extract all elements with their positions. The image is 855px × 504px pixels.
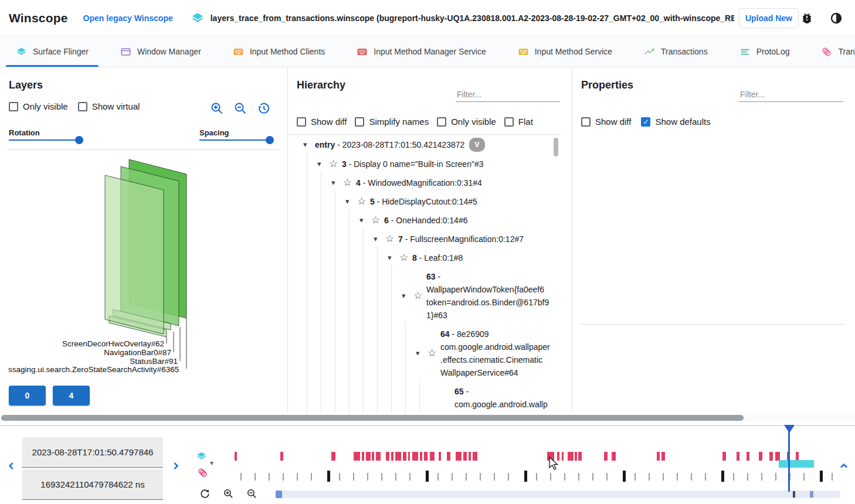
- transition-marker[interactable]: [575, 452, 577, 461]
- expand-arrow-icon[interactable]: ▾: [303, 138, 315, 151]
- entry-tick[interactable]: [367, 473, 368, 481]
- checkbox-box[interactable]: [437, 117, 446, 127]
- timeline-cursor-line[interactable]: [788, 425, 790, 492]
- timeline-zoom-in-icon[interactable]: [223, 488, 234, 502]
- pin-star-icon[interactable]: ☆: [385, 233, 398, 246]
- entry-tick[interactable]: [494, 473, 495, 481]
- open-legacy-winscope-link[interactable]: Open legacy Winscope: [83, 13, 173, 23]
- tab-input-method-service[interactable]: Input Method Service: [502, 36, 628, 67]
- tree-node-label[interactable]: 6 - OneHanded:0:14#6: [384, 214, 550, 227]
- spacing-slider-knob[interactable]: [266, 136, 274, 144]
- prev-entry-chevron-left-icon[interactable]: [6, 460, 18, 472]
- transition-marker[interactable]: [412, 452, 418, 461]
- transition-marker[interactable]: [386, 452, 389, 461]
- horizontal-scrollbar-thumb[interactable]: [1, 415, 744, 421]
- properties-filter-input[interactable]: [739, 87, 843, 102]
- expand-arrow-icon[interactable]: ▾: [388, 251, 399, 264]
- expand-arrow-icon[interactable]: ▾: [416, 347, 428, 360]
- transition-marker[interactable]: [354, 452, 360, 461]
- checkbox-box-checked[interactable]: ✓: [641, 117, 650, 127]
- entry-tick[interactable]: [466, 473, 467, 481]
- transition-marker[interactable]: [769, 452, 773, 461]
- checkbox-box[interactable]: [9, 102, 18, 111]
- transition-marker[interactable]: [469, 452, 471, 461]
- transition-marker[interactable]: [366, 452, 371, 461]
- simplify-names-checkbox[interactable]: Simplify names: [355, 117, 429, 127]
- entry-tick[interactable]: [663, 473, 664, 481]
- tree-node-label[interactable]: 3 - Display 0 name="Built-in Screen"#3: [342, 158, 550, 171]
- tab-transactions[interactable]: Transactions: [628, 36, 724, 67]
- entry-tick[interactable]: [635, 473, 636, 481]
- spacing-slider[interactable]: [199, 139, 273, 141]
- transition-marker[interactable]: [439, 452, 441, 461]
- only-visible-checkbox[interactable]: Only visible: [9, 101, 68, 111]
- transition-marker[interactable]: [604, 452, 608, 461]
- checkbox-box[interactable]: [297, 117, 306, 127]
- entry-tick[interactable]: [677, 473, 678, 481]
- entry-tick[interactable]: [508, 473, 509, 481]
- tree-node-entry[interactable]: ▾entry - 2023-08-28T17:01:50.421423872V: [288, 135, 561, 155]
- report-bug-icon[interactable]: [800, 11, 814, 25]
- transition-marker[interactable]: [775, 452, 780, 461]
- transition-marker[interactable]: [456, 452, 462, 461]
- reset-view-history-icon[interactable]: [257, 101, 271, 115]
- entry-tick-bold[interactable]: [327, 471, 330, 482]
- entry-tick[interactable]: [775, 473, 776, 481]
- transition-marker[interactable]: [420, 452, 422, 461]
- tab-surface-flinger[interactable]: Surface Flinger: [0, 36, 104, 67]
- entry-tick[interactable]: [606, 473, 608, 481]
- entry-tick-bold[interactable]: [623, 471, 626, 482]
- transition-marker[interactable]: [280, 452, 283, 461]
- entry-tick[interactable]: [649, 473, 650, 481]
- entry-tick[interactable]: [536, 473, 537, 481]
- transition-marker[interactable]: [562, 452, 564, 461]
- tree-node-label[interactable]: 5 - HideDisplayCutout:0:14#5: [370, 195, 550, 208]
- entry-tick[interactable]: [452, 473, 453, 481]
- transition-marker[interactable]: [408, 452, 410, 461]
- checkbox-box[interactable]: [355, 117, 364, 127]
- display-id-button[interactable]: 4: [53, 386, 90, 406]
- entry-tick[interactable]: [832, 473, 833, 481]
- pin-star-icon[interactable]: ☆: [413, 290, 426, 302]
- transition-marker[interactable]: [391, 452, 393, 461]
- tab-transitions[interactable]: Transitions: [805, 36, 855, 67]
- show-diff-checkbox[interactable]: Show diff: [581, 117, 631, 127]
- collapse-timeline-chevron-up-icon[interactable]: [838, 460, 850, 472]
- transition-marker[interactable]: [463, 452, 467, 461]
- entry-tick-bold[interactable]: [721, 471, 724, 482]
- checkbox-box[interactable]: [78, 102, 87, 111]
- pin-star-icon[interactable]: ☆: [343, 176, 356, 189]
- tree-node-63[interactable]: ▾☆63 - WallpaperWindowToken{fa0eef6 toke…: [288, 267, 561, 325]
- rotation-slider-knob[interactable]: [75, 136, 83, 144]
- tree-node-64[interactable]: ▾☆64 - 8e26909 com.google.android.wallpa…: [288, 325, 561, 382]
- pin-star-icon[interactable]: ☆: [399, 251, 412, 264]
- entry-tick[interactable]: [395, 473, 396, 481]
- transition-marker[interactable]: [473, 452, 477, 461]
- tab-window-manager[interactable]: Window Manager: [104, 36, 217, 67]
- tree-node-label[interactable]: 8 - Leaf:0:1#8: [412, 251, 550, 264]
- tree-node-6[interactable]: ▾☆6 - OneHanded:0:14#6: [288, 211, 561, 230]
- tree-node-8[interactable]: ▾☆8 - Leaf:0:1#8: [288, 248, 561, 267]
- pin-star-icon[interactable]: ☆: [442, 411, 454, 413]
- tab-input-method-manager-service[interactable]: Input Method Manager Service: [341, 36, 501, 67]
- entry-tick-bold[interactable]: [426, 471, 429, 482]
- timeline-zoom-out-icon[interactable]: [246, 488, 257, 502]
- entry-tick[interactable]: [297, 473, 298, 481]
- transition-marker[interactable]: [722, 452, 726, 461]
- entry-tick-track[interactable]: [0, 471, 855, 482]
- tree-node-label[interactable]: 4 - WindowedMagnification:0:31#4: [356, 176, 550, 189]
- pin-star-icon[interactable]: ☆: [371, 214, 384, 227]
- tree-node-3[interactable]: ▾☆3 - Display 0 name="Built-in Screen"#3: [288, 155, 561, 173]
- expand-arrow-icon[interactable]: ▾: [345, 195, 357, 208]
- entry-tick[interactable]: [550, 473, 551, 481]
- upload-new-button[interactable]: Upload New: [739, 8, 799, 28]
- minimap-handle[interactable]: [276, 491, 282, 498]
- rotation-slider[interactable]: [9, 139, 82, 141]
- transition-marker[interactable]: [430, 452, 435, 461]
- entry-tick[interactable]: [339, 473, 340, 481]
- flat-checkbox[interactable]: Flat: [504, 117, 533, 127]
- timeline-cursor-head[interactable]: [783, 425, 795, 434]
- entry-tick[interactable]: [311, 473, 312, 481]
- transition-marker[interactable]: [796, 452, 799, 461]
- tree-node-4[interactable]: ▾☆4 - WindowedMagnification:0:31#4: [288, 173, 561, 192]
